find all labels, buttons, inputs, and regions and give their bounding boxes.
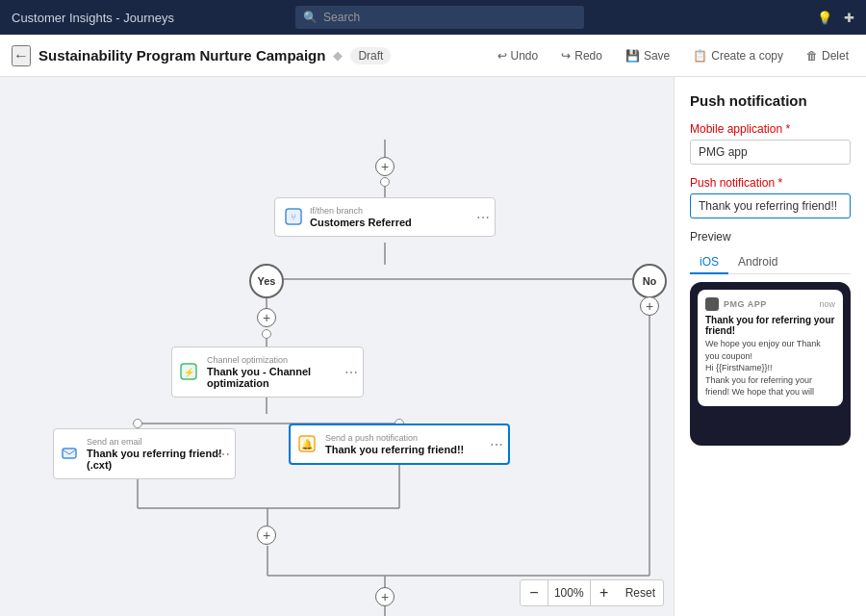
add-button-yes[interactable]: +	[257, 308, 276, 327]
undo-icon: ↩	[497, 49, 507, 63]
toolbar-actions: ↩ Undo ↪ Redo 💾 Save 📋 Create a copy 🗑 D…	[492, 45, 854, 66]
top-nav: Customer Insights - Journeys 🔍 Search 💡 …	[0, 0, 866, 35]
email-name: Thank you referring friend! (.cxt)	[87, 448, 225, 471]
save-button[interactable]: 💾 Save	[620, 45, 675, 66]
app-icon	[705, 297, 719, 311]
if-then-node[interactable]: ⑂ If/then branch Customers Referred ⋯	[274, 197, 496, 237]
search-icon: 🔍	[303, 11, 318, 24]
channel-opt-node[interactable]: ⚡ Channel optimization Thank you - Chann…	[171, 346, 364, 398]
delete-button[interactable]: 🗑 Delet	[801, 45, 854, 66]
if-then-type: If/then branch	[310, 206, 485, 216]
push-menu[interactable]: ⋯	[490, 437, 503, 452]
notification-body2: Hi {{FirstName}}!!	[705, 362, 835, 374]
notification-header: PMG APP now	[705, 297, 835, 311]
undo-button[interactable]: ↩ Undo	[492, 45, 545, 66]
save-icon: 💾	[625, 49, 640, 63]
channel-type: Channel optimization	[207, 355, 353, 365]
journey-canvas[interactable]: + ⑂ If/then branch Customers Referred ⋯ …	[0, 77, 674, 616]
zoom-in-button[interactable]: +	[591, 580, 618, 605]
tab-ios[interactable]: iOS	[690, 251, 728, 274]
notification-card: PMG APP now Thank you for referring your…	[698, 290, 843, 406]
phone-preview: PMG APP now Thank you for referring your…	[690, 282, 851, 446]
channel-icon: ⚡	[180, 363, 197, 382]
app-title: Customer Insights - Journeys	[12, 11, 174, 25]
zoom-out-button[interactable]: −	[521, 580, 548, 605]
add-button-no[interactable]: +	[640, 296, 659, 316]
svg-text:⑂: ⑂	[291, 212, 296, 222]
push-notif-input[interactable]	[690, 193, 851, 218]
channel-name: Thank you - Channel optimization	[207, 366, 353, 389]
status-badge: Draft	[350, 47, 391, 64]
push-icon: 🔔	[298, 435, 316, 454]
zoom-value: 100%	[548, 580, 591, 605]
svg-text:🔔: 🔔	[301, 438, 314, 450]
email-type: Send an email	[87, 437, 225, 447]
search-bar[interactable]: 🔍 Search	[295, 6, 584, 29]
lightbulb-icon: 💡	[817, 11, 832, 25]
push-type: Send a push notification	[325, 433, 498, 443]
mobile-app-label: Mobile application *	[690, 122, 851, 136]
no-node: No	[632, 264, 667, 298]
sub-header: ← Sustainability Program Nurture Campaig…	[0, 35, 866, 77]
push-name: Thank you referring friend!!	[325, 444, 498, 455]
panel-title: Push notification	[690, 92, 851, 109]
connector-yes	[262, 329, 271, 339]
app-name: PMG APP	[724, 299, 767, 309]
add-button-merge[interactable]: +	[257, 526, 276, 545]
nav-icons: 💡 ✚	[817, 11, 854, 25]
if-then-name: Customers Referred	[310, 217, 485, 228]
trash-icon: 🗑	[806, 49, 818, 63]
notification-title: Thank you for referring your friend!	[705, 315, 835, 336]
connector-email	[133, 419, 142, 428]
channel-menu[interactable]: ⋯	[344, 365, 358, 380]
add-button-final1[interactable]: +	[375, 587, 395, 606]
main-layout: + ⑂ If/then branch Customers Referred ⋯ …	[0, 77, 866, 616]
connector-circle-top	[380, 177, 390, 187]
preview-label: Preview	[690, 230, 851, 244]
if-then-menu[interactable]: ⋯	[476, 210, 490, 225]
redo-button[interactable]: ↪ Redo	[555, 45, 608, 66]
page-title: Sustainability Program Nurture Campaign	[38, 47, 325, 64]
copy-button[interactable]: 📋 Create a copy	[687, 45, 789, 66]
back-button[interactable]: ←	[12, 45, 31, 66]
preview-tabs: iOS Android	[690, 251, 851, 274]
send-email-node[interactable]: Send an email Thank you referring friend…	[53, 428, 236, 479]
add-button-top[interactable]: +	[375, 157, 395, 176]
tab-android[interactable]: Android	[728, 251, 787, 274]
notification-time: now	[819, 299, 835, 309]
redo-icon: ↪	[561, 49, 571, 63]
copy-icon: 📋	[693, 49, 707, 63]
zoom-controls: − 100% + Reset	[520, 579, 664, 606]
notification-body3: Thank you for referring your friend! We …	[705, 374, 835, 398]
email-icon	[62, 446, 77, 463]
branch-icon: ⑂	[285, 208, 302, 227]
search-placeholder: Search	[323, 11, 360, 24]
right-panel: Push notification Mobile application * P…	[674, 77, 866, 616]
add-icon[interactable]: ✚	[844, 11, 854, 25]
push-notif-label: Push notification *	[690, 176, 851, 190]
mobile-app-input[interactable]	[690, 140, 851, 165]
svg-text:⚡: ⚡	[184, 367, 195, 378]
notification-body1: We hope you enjoy our Thank you coupon!	[705, 338, 835, 362]
yes-node: Yes	[249, 264, 284, 298]
email-menu[interactable]: ⋯	[216, 447, 230, 462]
zoom-reset-button[interactable]: Reset	[618, 580, 663, 605]
svg-rect-25	[63, 449, 76, 458]
send-push-node[interactable]: 🔔 Send a push notification Thank you ref…	[289, 424, 510, 465]
canvas-inner: + ⑂ If/then branch Customers Referred ⋯ …	[0, 77, 674, 616]
